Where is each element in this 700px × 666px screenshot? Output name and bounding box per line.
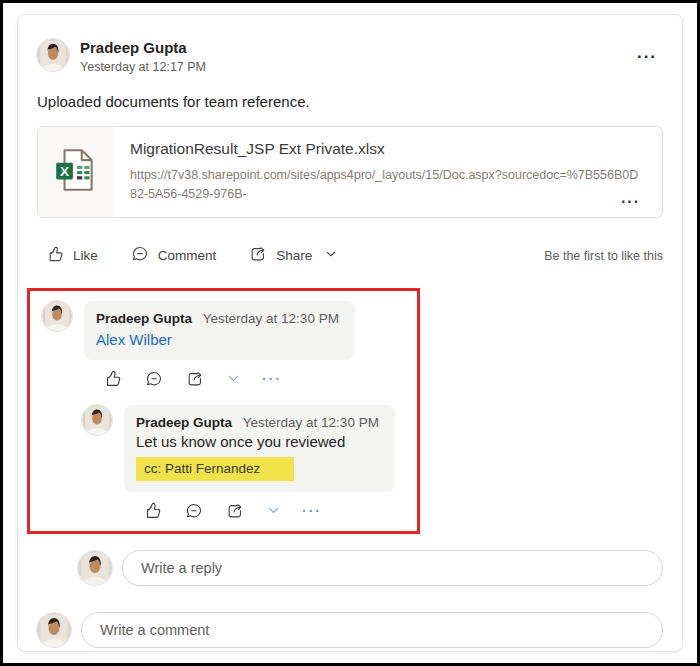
author-avatar[interactable]: [37, 39, 69, 71]
reply-author-name[interactable]: Pradeep Gupta: [136, 415, 232, 430]
like-button[interactable]: Like: [45, 242, 98, 269]
comment-label: Comment: [158, 248, 217, 263]
comment-action-row: ···: [100, 368, 417, 389]
like-icon: [142, 509, 163, 524]
reply-item: Pradeep Gupta Yesterday at 12:30 PM Let …: [82, 405, 417, 492]
comment-button[interactable]: Comment: [130, 242, 217, 269]
post-author-name[interactable]: Pradeep Gupta: [80, 39, 206, 57]
reply-share-button[interactable]: [223, 501, 247, 521]
post-header-text: Pradeep Gupta Yesterday at 12:17 PM: [80, 39, 206, 74]
current-user-avatar: [37, 613, 71, 647]
post-body-text: Uploaded documents for team reference.: [37, 93, 663, 110]
reply-comment-button[interactable]: [182, 501, 206, 521]
reply-input[interactable]: [122, 550, 663, 586]
post-header: Pradeep Gupta Yesterday at 12:17 PM ···: [37, 39, 663, 74]
post-timestamp: Yesterday at 12:17 PM: [80, 60, 206, 74]
comment-icon: [184, 509, 204, 524]
share-label: Share: [276, 248, 312, 263]
comment-input[interactable]: [81, 612, 663, 648]
comment-share-chevron-down-icon[interactable]: [224, 371, 243, 386]
reply-like-button[interactable]: [140, 500, 165, 521]
reply-header: Pradeep Gupta Yesterday at 12:30 PM: [136, 415, 379, 430]
comment-timestamp: Yesterday at 12:30 PM: [203, 311, 339, 326]
current-user-avatar: [78, 551, 112, 585]
comment-item: Pradeep Gupta Yesterday at 12:30 PM Alex…: [42, 301, 417, 360]
reply-author-avatar[interactable]: [82, 405, 112, 435]
annotation-red-box: Pradeep Gupta Yesterday at 12:30 PM Alex…: [27, 288, 420, 534]
like-icon: [45, 244, 65, 267]
reply-share-chevron-down-icon[interactable]: [264, 503, 283, 518]
share-icon: [248, 244, 268, 267]
svg-text:X: X: [60, 164, 69, 179]
post-more-icon[interactable]: ···: [631, 46, 663, 67]
attachment-filename[interactable]: MigrationResult_JSP Ext Private.xlsx: [130, 140, 644, 158]
comment-icon: [130, 244, 150, 267]
reply-text: Let us know once you reviewed: [136, 433, 379, 450]
write-reply-row: [78, 550, 663, 586]
comment-author-name[interactable]: Pradeep Gupta: [96, 311, 192, 326]
like-label: Like: [73, 248, 98, 263]
cc-highlighted-text: cc: Patti Fernandez: [136, 457, 294, 481]
post-action-bar: Like Comment Share: [37, 242, 663, 269]
file-attachment-card[interactable]: X MigrationResult_JSP Ext Private.xlsx h…: [37, 126, 663, 218]
comment-reply-button[interactable]: [142, 369, 166, 389]
attachment-details: MigrationResult_JSP Ext Private.xlsx htt…: [114, 127, 662, 217]
comment-author-avatar[interactable]: [42, 301, 72, 331]
like-icon: [102, 377, 123, 392]
excel-file-icon: X: [51, 145, 101, 199]
reply-bubble: Pradeep Gupta Yesterday at 12:30 PM Let …: [124, 405, 395, 492]
attachment-more-icon[interactable]: ···: [617, 191, 644, 213]
comment-bubble: Pradeep Gupta Yesterday at 12:30 PM Alex…: [84, 301, 355, 360]
share-chevron-down-icon: [324, 247, 338, 264]
mention-link[interactable]: Alex Wilber: [96, 331, 172, 348]
post-card: Pradeep Gupta Yesterday at 12:17 PM ··· …: [17, 14, 683, 652]
attachment-url[interactable]: https://t7v38.sharepoint.com/sites/apps4…: [130, 166, 644, 205]
comment-header: Pradeep Gupta Yesterday at 12:30 PM: [96, 311, 339, 326]
comment-share-button[interactable]: [183, 369, 207, 389]
reply-action-row: ···: [140, 500, 417, 521]
like-status-text: Be the first to like this: [544, 249, 663, 263]
comment-icon: [144, 377, 164, 392]
write-comment-row: [37, 612, 663, 648]
reply-more-icon[interactable]: ···: [300, 504, 324, 518]
comment-more-icon[interactable]: ···: [260, 372, 284, 386]
comment-like-button[interactable]: [100, 368, 125, 389]
attachment-icon-box: X: [38, 127, 114, 217]
share-button[interactable]: Share: [248, 242, 338, 269]
reply-timestamp: Yesterday at 12:30 PM: [243, 415, 379, 430]
share-icon: [185, 377, 205, 392]
share-icon: [225, 509, 245, 524]
